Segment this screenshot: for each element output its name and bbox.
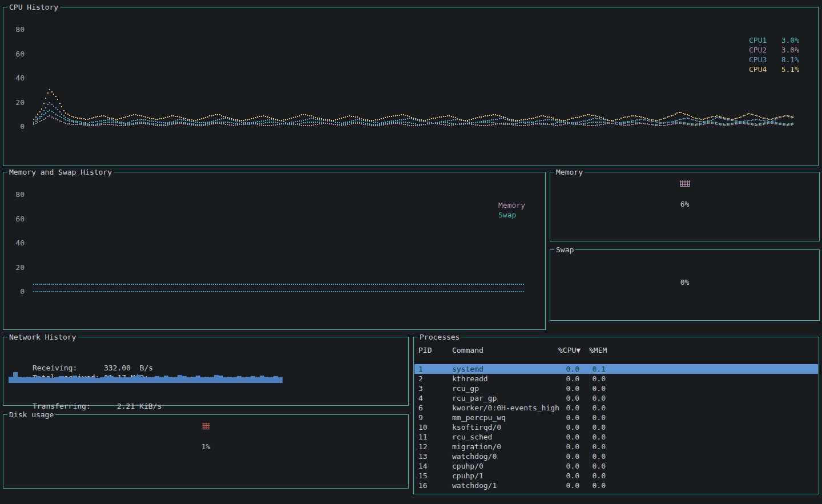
process-pid: 10 — [418, 422, 428, 432]
process-pid: 4 — [418, 393, 423, 403]
process-pid: 3 — [418, 384, 423, 393]
disk-usage-icon — [202, 423, 209, 430]
disk-usage-percent: 1% — [3, 442, 408, 451]
process-command: migration/0 — [452, 442, 501, 451]
panel-title-network-history: Network History — [7, 332, 78, 342]
column-header-pid[interactable]: PID — [418, 345, 432, 355]
y-axis-label: 40 — [7, 239, 25, 248]
process-command: kworker/0:0H-events_high — [452, 403, 559, 413]
process-pid: 15 — [418, 471, 428, 481]
column-header-mem[interactable]: %MEM — [589, 345, 607, 355]
process-command: rcu_gp — [452, 384, 479, 393]
process-mem-percent: 0.0 — [589, 374, 606, 384]
process-pid: 16 — [418, 481, 428, 490]
process-mem-percent: 0.0 — [589, 461, 606, 471]
cpu4-legend-label: CPU4 — [749, 64, 767, 74]
y-axis-label: 80 — [7, 190, 25, 199]
process-cpu-percent: 0.0 — [558, 471, 579, 481]
process-row[interactable]: 11 rcu_sched 0.0 0.0 — [414, 432, 818, 442]
process-row[interactable]: 6 kworker/0:0H-events_high 0.0 0.0 — [414, 403, 818, 413]
process-command: cpuhp/1 — [452, 471, 483, 481]
process-cpu-percent: 0.0 — [558, 442, 579, 451]
process-command: rcu_sched — [452, 432, 492, 442]
process-row[interactable]: 15 cpuhp/1 0.0 0.0 — [414, 471, 818, 481]
process-mem-percent: 0.1 — [589, 364, 606, 374]
process-table-header: PID Command %CPU▼ %MEM — [414, 345, 818, 355]
memory-swap-history-chart — [33, 186, 524, 295]
cpu3-legend-label: CPU3 — [749, 55, 767, 64]
process-row[interactable]: 16 watchdog/1 0.0 0.0 — [414, 481, 818, 490]
cpu-legend: CPU1 3.0% CPU2 3.0% CPU3 8.1% CPU4 5.1% — [749, 35, 799, 74]
cpu4-legend-value: 5.1% — [781, 64, 799, 74]
process-row[interactable]: 1 systemd 0.0 0.1 — [414, 364, 818, 374]
process-table-body: 1 systemd 0.0 0.1 2 kthreadd 0.0 0.0 3 r… — [414, 364, 818, 490]
memory-legend-item: Memory — [498, 200, 538, 210]
y-axis-label: 20 — [7, 263, 25, 272]
y-axis-label: 0 — [7, 122, 25, 131]
process-pid: 1 — [418, 364, 423, 374]
process-row[interactable]: 2 kthreadd 0.0 0.0 — [414, 374, 818, 384]
y-axis-label: 60 — [7, 50, 25, 59]
process-mem-percent: 0.0 — [589, 384, 606, 393]
process-cpu-percent: 0.0 — [558, 393, 579, 403]
process-mem-percent: 0.0 — [589, 442, 606, 451]
process-row[interactable]: 10 ksoftirqd/0 0.0 0.0 — [414, 422, 818, 432]
panel-title-cpu-history: CPU History — [7, 2, 60, 12]
memory-usage-panel: Memory 6% — [550, 172, 820, 241]
memory-usage-percent: 6% — [550, 200, 819, 209]
cpu-history-chart — [33, 21, 794, 130]
process-row[interactable]: 3 rcu_gp 0.0 0.0 — [414, 384, 818, 393]
process-command: mm_percpu_wq — [452, 413, 506, 422]
process-cpu-percent: 0.0 — [558, 384, 579, 393]
network-history-panel: Network History Receiving:332.00 B/s Tot… — [3, 337, 409, 406]
cpu1-legend-value: 3.0% — [781, 35, 799, 45]
process-row[interactable]: 12 migration/0 0.0 0.0 — [414, 442, 818, 451]
process-cpu-percent: 0.0 — [558, 481, 579, 490]
processes-panel: Processes PID Command %CPU▼ %MEM 1 syste… — [413, 337, 819, 494]
process-row[interactable]: 4 rcu_par_gp 0.0 0.0 — [414, 393, 818, 403]
memory-swap-legend: Memory Swap — [498, 200, 538, 220]
panel-title-memory: Memory — [554, 167, 585, 177]
process-row[interactable]: 14 cpuhp/0 0.0 0.0 — [414, 461, 818, 471]
process-mem-percent: 0.0 — [589, 481, 606, 490]
panel-title-swap: Swap — [554, 245, 575, 255]
process-pid: 14 — [418, 461, 428, 471]
memory-swap-history-panel: Memory and Swap History 020406080 Memory… — [3, 172, 546, 330]
process-pid: 12 — [418, 442, 428, 451]
process-command: cpuhp/0 — [452, 461, 483, 471]
process-mem-percent: 0.0 — [589, 471, 606, 481]
process-row[interactable]: 9 mm_percpu_wq 0.0 0.0 — [414, 413, 818, 422]
panel-title-disk-usage: Disk usage — [7, 410, 55, 420]
process-cpu-percent: 0.0 — [558, 413, 579, 422]
process-cpu-percent: 0.0 — [558, 461, 579, 471]
panel-title-memory-swap-history: Memory and Swap History — [7, 167, 114, 177]
y-axis-label: 40 — [7, 74, 25, 83]
swap-usage-panel: Swap 0% — [550, 249, 820, 321]
swap-legend-label: Swap — [498, 210, 516, 220]
cpu1-legend-label: CPU1 — [749, 35, 767, 45]
cpu3-legend-value: 8.1% — [781, 55, 799, 64]
swap-legend-item: Swap — [498, 210, 538, 220]
process-command: rcu_par_gp — [452, 393, 497, 403]
panel-title-processes: Processes — [418, 332, 461, 342]
y-axis-label: 20 — [7, 98, 25, 107]
process-cpu-percent: 0.0 — [558, 451, 579, 461]
process-mem-percent: 0.0 — [589, 432, 606, 442]
process-command: systemd — [452, 364, 483, 374]
process-row[interactable]: 13 watchdog/0 0.0 0.0 — [414, 451, 818, 461]
process-pid: 11 — [418, 432, 428, 442]
column-header-command[interactable]: Command — [452, 345, 483, 355]
process-pid: 13 — [418, 451, 428, 461]
network-history-chart — [9, 372, 402, 383]
process-command: kthreadd — [452, 374, 488, 384]
process-mem-percent: 0.0 — [589, 413, 606, 422]
column-header-cpu-sort[interactable]: %CPU▼ — [558, 345, 581, 355]
process-cpu-percent: 0.0 — [558, 364, 579, 374]
process-command: ksoftirqd/0 — [452, 422, 501, 432]
process-cpu-percent: 0.0 — [558, 422, 579, 432]
y-axis-label: 60 — [7, 215, 25, 224]
process-cpu-percent: 0.0 — [558, 432, 579, 442]
memory-legend-label: Memory — [498, 200, 525, 210]
process-pid: 9 — [418, 413, 423, 422]
process-mem-percent: 0.0 — [589, 451, 606, 461]
